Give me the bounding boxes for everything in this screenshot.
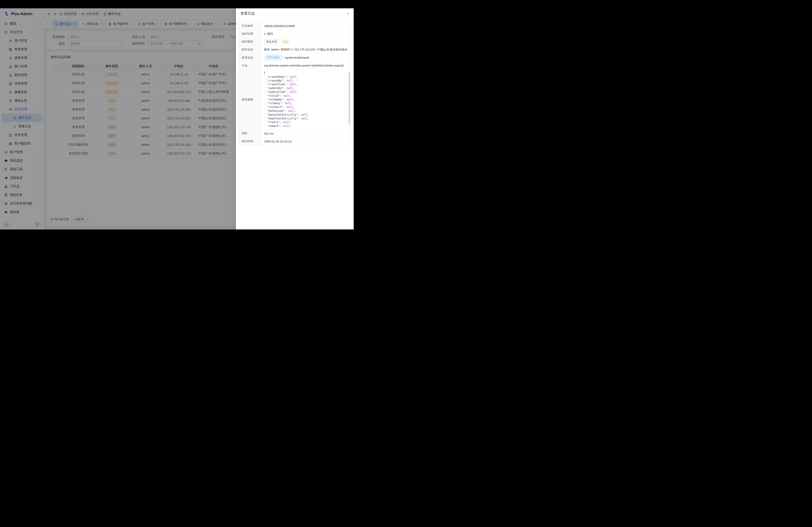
json-code: { "createDept": null, "createBy": null, …	[261, 70, 351, 130]
drawer-header: 查看日志 ✕	[236, 8, 354, 19]
duration-value: 421 ms	[261, 130, 351, 137]
duration-label: 耗时	[239, 130, 261, 137]
drawer-title: 查看日志	[241, 11, 255, 16]
code-line-updateTime: "updateTime": null,	[264, 90, 346, 94]
log-id-value: 1882612840802115585	[261, 22, 351, 30]
field-row-params: 请求参数 { "createDept": null, "createBy": n…	[239, 70, 351, 130]
module-value: 角色管理 导出	[261, 38, 351, 46]
result-text: 成功	[267, 32, 273, 36]
params-code-block: { "createDept": null, "createBy": null, …	[261, 70, 351, 130]
drawer-body: 日志编号 1882612840802115585 操作结果 成功 操作模块 角色…	[236, 19, 354, 148]
code-line-roleName: "roleName": null,	[264, 98, 346, 102]
request-path: /system/role/export	[285, 56, 309, 59]
field-row-result: 操作结果 成功	[239, 30, 351, 37]
close-icon[interactable]: ✕	[346, 12, 349, 15]
field-row-method: 方法 org.dromara.system.controller.system.…	[239, 62, 351, 70]
request-value: POST请求 /system/role/export	[261, 54, 351, 62]
log-id-label: 日志编号	[239, 22, 261, 30]
code-line-createTime: "createTime": null,	[264, 82, 346, 86]
time-label: 操作时间	[239, 137, 261, 145]
success-dot-icon	[264, 33, 265, 34]
module-tag: 角色管理	[264, 39, 279, 44]
code-line-status: "status": null,	[264, 120, 346, 124]
log-detail-table: 日志编号 1882612840802115585 操作结果 成功 操作模块 角色…	[238, 22, 351, 146]
info-label: 操作信息	[239, 46, 261, 54]
code-line-menuCheckStrictly: "menuCheckStrictly": null,	[264, 113, 346, 117]
view-log-drawer: 查看日志 ✕ 日志编号 1882612840802115585 操作结果 成功 …	[236, 8, 354, 229]
code-line-createDept: "createDept": null,	[264, 75, 346, 79]
module-label: 操作模块	[239, 38, 261, 46]
code-open-brace: {	[264, 71, 346, 75]
result-label: 操作结果	[239, 30, 261, 37]
field-row-module: 操作模块 角色管理 导出	[239, 37, 351, 46]
scrollbar-thumb[interactable]	[349, 72, 350, 125]
code-line-createBy: "createBy": null,	[264, 79, 346, 83]
code-line-deptCheckStrictly: "deptCheckStrictly": null,	[264, 117, 346, 121]
code-line-updateBy: "updateBy": null,	[264, 86, 346, 90]
method-value: org.dromara.system.controller.system.Sys…	[261, 62, 351, 70]
result-value: 成功	[261, 30, 351, 37]
field-row-time: 操作时间 2025-01-24 10:14:13	[239, 137, 351, 145]
field-row-log-id: 日志编号 1882612840802115585	[239, 22, 351, 30]
code-line-roleId: "roleId": null,	[264, 94, 346, 98]
code-line-roleSort: "roleSort": null,	[264, 105, 346, 109]
code-line-remark: "remark": null,	[264, 124, 346, 128]
info-value: 账号: admin / 研发部门 / 222.175.114.242 / 中国|…	[261, 46, 351, 54]
field-row-info: 操作信息 账号: admin / 研发部门 / 222.175.114.242 …	[239, 46, 351, 54]
params-label: 请求参数	[239, 70, 261, 130]
post-method-badge: POST请求	[264, 55, 282, 60]
request-label: 请求信息	[239, 54, 261, 62]
time-value: 2025-01-24 10:14:13	[261, 137, 351, 145]
module-action-tag: 导出	[281, 39, 290, 44]
field-row-duration: 耗时 421 ms	[239, 130, 351, 137]
code-line-dataScope: "dataScope": null,	[264, 109, 346, 113]
field-row-request: 请求信息 POST请求 /system/role/export	[239, 54, 351, 62]
code-line-roleKey: "roleKey": null,	[264, 102, 346, 105]
modal-overlay[interactable]	[0, 0, 236, 229]
method-label: 方法	[239, 62, 261, 70]
